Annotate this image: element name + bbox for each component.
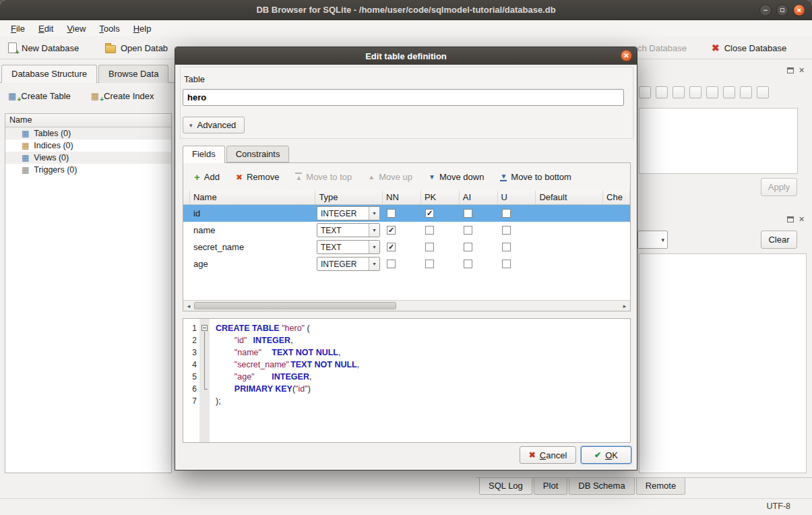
fold-collapse-icon[interactable] bbox=[201, 325, 208, 331]
bottom-tab-sql-log[interactable]: SQL Log bbox=[479, 478, 532, 495]
scroll-right-icon[interactable]: ▸ bbox=[619, 303, 630, 309]
checkbox-nn[interactable] bbox=[387, 209, 396, 218]
ok-button[interactable]: ✔ OK bbox=[581, 446, 631, 464]
field-pk-cell: ✓ bbox=[422, 209, 460, 218]
log-filter-combobox[interactable]: ▾ bbox=[637, 231, 668, 249]
cell-editor-toolbar-icon[interactable] bbox=[639, 86, 651, 98]
scroll-left-icon[interactable]: ◂ bbox=[183, 303, 194, 309]
cell-editor-toolbar-icon[interactable] bbox=[706, 86, 718, 98]
dialog-tab-constraints[interactable]: Constraints bbox=[226, 146, 290, 162]
tree-column-header-name[interactable]: Name bbox=[5, 114, 171, 127]
field-type-combobox[interactable]: INTEGER▾ bbox=[317, 257, 380, 271]
bottom-tab-plot[interactable]: Plot bbox=[534, 478, 567, 495]
dialog-tab-fields[interactable]: Fields bbox=[183, 146, 225, 163]
tree-item-indices[interactable]: ▦Indices (0) bbox=[5, 140, 171, 152]
tree-item-label: Triggers (0) bbox=[34, 165, 77, 175]
menu-view[interactable]: View bbox=[60, 22, 92, 36]
field-type-combobox[interactable]: TEXT▾ bbox=[317, 240, 380, 254]
close-dock-icon[interactable]: ✕ bbox=[799, 216, 805, 223]
field-row-id[interactable]: idINTEGER▾✓ bbox=[183, 205, 630, 222]
bottom-tab-db-schema[interactable]: DB Schema bbox=[569, 478, 634, 495]
dialog-titlebar[interactable]: Edit table definition ✕ bbox=[175, 47, 637, 65]
column-header-default[interactable]: Default bbox=[536, 191, 603, 204]
add-button[interactable]: +Add bbox=[189, 169, 225, 185]
maximize-button[interactable] bbox=[776, 4, 788, 16]
open-database-button[interactable]: Open Datab bbox=[101, 39, 172, 57]
column-header-che[interactable]: Che bbox=[603, 191, 630, 204]
move-down-button[interactable]: ▼Move down bbox=[423, 169, 489, 185]
float-dock-icon[interactable] bbox=[787, 216, 794, 222]
float-dock-icon[interactable] bbox=[787, 67, 794, 73]
close-database-label: Close Database bbox=[724, 43, 787, 53]
menu-edit[interactable]: Edit bbox=[32, 22, 60, 36]
close-dock-icon[interactable]: ✕ bbox=[799, 67, 805, 74]
field-row-age[interactable]: ageINTEGER▾ bbox=[183, 255, 630, 272]
tab-browse-data[interactable]: Browse Data bbox=[98, 65, 168, 83]
checkbox-nn[interactable]: ✓ bbox=[387, 226, 396, 235]
cell-editor-toolbar-icon[interactable] bbox=[689, 86, 701, 98]
bottom-tab-remote[interactable]: Remote bbox=[636, 478, 686, 495]
checkbox-ai[interactable] bbox=[464, 209, 472, 218]
checkbox-pk[interactable] bbox=[425, 260, 434, 268]
field-row-name[interactable]: nameTEXT▾✓ bbox=[183, 222, 630, 239]
new-database-icon: + bbox=[8, 42, 17, 53]
checkbox-u[interactable] bbox=[502, 209, 511, 218]
tree-item-tables[interactable]: ▦Tables (0) bbox=[5, 127, 171, 140]
checkbox-u[interactable] bbox=[502, 243, 511, 251]
scrollbar-thumb[interactable] bbox=[194, 302, 396, 309]
move-to-top-button: ▲Move to top bbox=[290, 169, 357, 185]
cell-editor-area[interactable] bbox=[639, 108, 798, 174]
column-header-ai[interactable]: AI bbox=[460, 191, 498, 204]
cell-editor-toolbar-icon[interactable] bbox=[656, 86, 668, 98]
column-header-name[interactable]: Name bbox=[190, 191, 315, 204]
dialog-close-button[interactable]: ✕ bbox=[621, 50, 632, 61]
cell-editor-toolbar-icon[interactable] bbox=[740, 86, 752, 98]
checkbox-nn[interactable] bbox=[387, 260, 396, 268]
close-database-button[interactable]: ✖ Close Database bbox=[708, 39, 790, 57]
menu-file[interactable]: File bbox=[4, 22, 32, 36]
sql-preview[interactable]: 1234567 CREATE TABLE "hero" ( "id" INTEG… bbox=[183, 318, 631, 443]
close-window-button[interactable]: × bbox=[793, 4, 805, 16]
checkbox-nn[interactable]: ✓ bbox=[387, 243, 396, 251]
tab-database-structure[interactable]: Database Structure bbox=[1, 65, 97, 83]
checkbox-pk[interactable] bbox=[425, 243, 434, 251]
checkbox-ai[interactable] bbox=[464, 260, 472, 268]
horizontal-scrollbar[interactable]: ◂ ▸ bbox=[183, 300, 630, 311]
new-database-button[interactable]: + New Database bbox=[4, 39, 83, 57]
sql-log-area[interactable] bbox=[639, 253, 807, 473]
checkbox-u[interactable] bbox=[502, 260, 511, 268]
create-table-button[interactable]: ▦+ Create Table bbox=[4, 88, 75, 104]
code-fold-margin bbox=[199, 319, 210, 442]
cancel-label: Cancel bbox=[540, 450, 567, 460]
column-header-u[interactable]: U bbox=[498, 191, 536, 204]
column-header-nn[interactable]: NN bbox=[383, 191, 421, 204]
move-to-bottom-button[interactable]: ▼Move to bottom bbox=[495, 169, 577, 185]
checkbox-pk[interactable] bbox=[425, 226, 434, 235]
remove-button[interactable]: ✖Remove bbox=[230, 169, 284, 185]
advanced-toggle-button[interactable]: ▾ Advanced bbox=[183, 117, 245, 133]
tree-item-views[interactable]: ▦Views (0) bbox=[5, 152, 171, 164]
create-index-button[interactable]: ▦+ Create Index bbox=[87, 88, 158, 104]
cell-editor-toolbar-icon[interactable] bbox=[673, 86, 685, 98]
window-titlebar[interactable]: DB Browser for SQLite - /home/user/code/… bbox=[0, 0, 812, 20]
table-name-input[interactable] bbox=[183, 89, 624, 106]
tree-item-triggers[interactable]: ▦Triggers (0) bbox=[5, 164, 171, 176]
checkbox-ai[interactable] bbox=[464, 226, 472, 235]
menu-help[interactable]: Help bbox=[127, 22, 158, 36]
clear-button[interactable]: Clear bbox=[761, 231, 797, 249]
column-header-pk[interactable]: PK bbox=[421, 191, 460, 204]
menu-tools[interactable]: Tools bbox=[92, 22, 126, 36]
minimize-button[interactable]: − bbox=[759, 4, 772, 16]
cancel-button[interactable]: ✖ Cancel bbox=[520, 446, 576, 464]
line-number: 7 bbox=[183, 395, 199, 407]
field-row-secret_name[interactable]: secret_nameTEXT▾✓ bbox=[183, 239, 630, 255]
column-header-type[interactable]: Type bbox=[315, 191, 383, 204]
checkbox-ai[interactable] bbox=[464, 243, 472, 251]
field-type-combobox[interactable]: INTEGER▾ bbox=[317, 206, 380, 220]
checkbox-u[interactable] bbox=[502, 226, 511, 235]
cell-editor-toolbar-icon[interactable] bbox=[757, 86, 769, 98]
cell-editor-toolbar-icon[interactable] bbox=[723, 86, 735, 98]
grid-corner bbox=[183, 191, 190, 204]
field-type-combobox[interactable]: TEXT▾ bbox=[317, 223, 380, 237]
checkbox-pk[interactable]: ✓ bbox=[425, 209, 434, 218]
